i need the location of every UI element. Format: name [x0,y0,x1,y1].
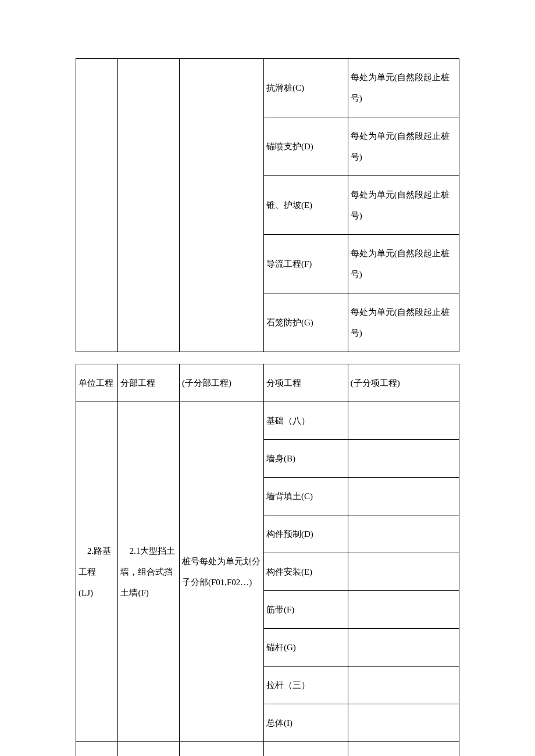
cell-unit-project: 2.路基工程 (LJ) [76,402,118,742]
cell-sub-division: 桩号按３公里路段 [179,742,263,757]
cell-empty [179,59,263,352]
cell-empty [118,59,179,352]
cell-item: 导流工程(F) [263,235,348,293]
cell-item: 抗滑桩(C) [263,59,348,117]
cell-division-project [118,742,179,757]
cell-unit-project [76,742,118,757]
cell-sub-item [348,515,459,553]
cell-empty [76,59,118,352]
cell-item: 总体(I) [263,704,348,742]
cell-desc: 每处为单元(自然段起止桩号) [348,176,459,235]
cell-item: 石笼防护(G) [263,293,348,352]
cell-item: 锥、护坡(E) [263,176,348,235]
cell-item: 锚杆(G) [263,629,348,667]
cell-sub-item [348,402,459,440]
table-row: 2.路基工程 (LJ) 2.1大型挡土墙，组合式挡土墙(F) 桩号每处为单元划分… [76,402,459,440]
cell-sub-division: 桩号每处为单元划分子分部(F01,F02…) [179,402,263,742]
cell-desc: 每处为单元(自然段起止桩号) [348,293,459,352]
cell-sub-item [348,440,459,478]
cell-item: 锚喷支护(D) [263,117,348,176]
header-cell: (子分部工程) [179,364,263,402]
cell-item: 拉杆（三） [263,667,348,704]
cell-item: 基础（八） [263,402,348,440]
header-cell: (子分项工程) [348,364,459,402]
cell-desc: 每处为单元(自然段起止桩号) [348,117,459,176]
cell-item: 构件预制(D) [263,515,348,553]
table-lower: 单位工程 分部工程 (子分部工程) 分项工程 (子分项工程) 2.路基工程 (L… [76,364,459,756]
cell-desc: 每处为单元(自然段起止桩号) [348,59,459,117]
table-row: 抗滑桩(C) 每处为单元(自然段起止桩号) [76,59,459,117]
cell-sub-item [348,667,459,704]
header-cell: 分部工程 [118,364,179,402]
cell-item: 墙身(B) [263,440,348,478]
cell-sub-item [348,591,459,629]
cell-sub-item [348,478,459,515]
table-row: 桩号按３公里路段 底基层（八） 按整公里左右幅分 [76,742,459,757]
cell-desc: 每处为单元(自然段起止桩号) [348,235,459,293]
cell-item: 底基层（八） [263,742,348,757]
cell-item: 构件安装(E) [263,553,348,591]
header-cell: 单位工程 [76,364,118,402]
cell-sub-item [348,553,459,591]
cell-sub-item [348,629,459,667]
cell-sub-item [348,704,459,742]
cell-division-project: 2.1大型挡土墙，组合式挡土墙(F) [118,402,179,742]
cell-item: 墙背填土(C) [263,478,348,515]
cell-item: 筋带(F) [263,591,348,629]
table-upper: 抗滑桩(C) 每处为单元(自然段起止桩号) 锚喷支护(D) 每处为单元(自然段起… [76,58,459,352]
cell-sub-item: 按整公里左右幅分 [348,742,459,757]
header-cell: 分项工程 [263,364,348,402]
table-header-row: 单位工程 分部工程 (子分部工程) 分项工程 (子分项工程) [76,364,459,402]
